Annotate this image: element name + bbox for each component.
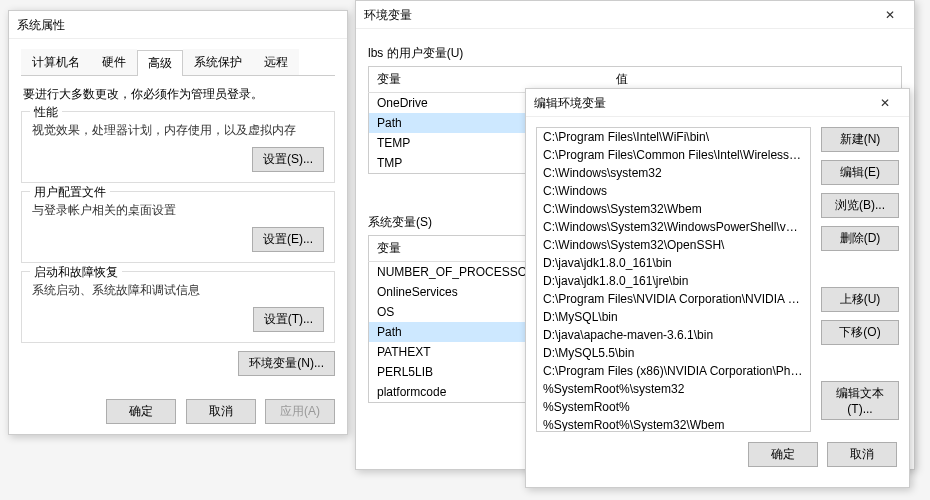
perf-settings-button[interactable]: 设置(S)... xyxy=(252,147,324,172)
group-title: 用户配置文件 xyxy=(30,184,110,201)
edit-button[interactable]: 编辑(E) xyxy=(821,160,899,185)
user-vars-label: lbs 的用户变量(U) xyxy=(368,45,902,62)
list-item[interactable]: C:\Windows\system32 xyxy=(537,164,810,182)
button-column: 新建(N) 编辑(E) 浏览(B)... 删除(D) 上移(U) 下移(O) 编… xyxy=(821,127,899,432)
list-item[interactable]: %SystemRoot%\system32 xyxy=(537,380,810,398)
list-item[interactable]: C:\Windows xyxy=(537,182,810,200)
ok-button[interactable]: 确定 xyxy=(748,442,818,467)
list-item[interactable]: C:\Program Files\NVIDIA Corporation\NVID… xyxy=(537,290,810,308)
list-item[interactable]: %SystemRoot%\System32\Wbem xyxy=(537,416,810,432)
list-item[interactable]: D:\java\jdk1.8.0_161\jre\bin xyxy=(537,272,810,290)
list-item[interactable]: C:\Program Files\Intel\WiFi\bin\ xyxy=(537,128,810,146)
content: 计算机名硬件高级系统保护远程 要进行大多数更改，你必须作为管理员登录。 性能 视… xyxy=(9,39,347,386)
system-properties-dialog: 系统属性 计算机名硬件高级系统保护远程 要进行大多数更改，你必须作为管理员登录。… xyxy=(8,10,348,435)
apply-button[interactable]: 应用(A) xyxy=(265,399,335,424)
list-item[interactable]: D:\java\apache-maven-3.6.1\bin xyxy=(537,326,810,344)
body: C:\Program Files\Intel\WiFi\bin\C:\Progr… xyxy=(526,117,909,442)
titlebar: 编辑环境变量 ✕ xyxy=(526,89,909,117)
group-title: 启动和故障恢复 xyxy=(30,264,122,281)
spacer xyxy=(821,353,899,373)
edit-env-var-dialog: 编辑环境变量 ✕ C:\Program Files\Intel\WiFi\bin… xyxy=(525,88,910,488)
tab-3[interactable]: 系统保护 xyxy=(183,49,253,75)
cancel-button[interactable]: 取消 xyxy=(186,399,256,424)
list-item[interactable]: %SystemRoot% xyxy=(537,398,810,416)
tab-0[interactable]: 计算机名 xyxy=(21,49,91,75)
list-item[interactable]: C:\Program Files\Common Files\Intel\Wire… xyxy=(537,146,810,164)
list-item[interactable]: C:\Windows\System32\WindowsPowerShell\v1… xyxy=(537,218,810,236)
group-text: 与登录帐户相关的桌面设置 xyxy=(32,202,324,219)
delete-button[interactable]: 删除(D) xyxy=(821,226,899,251)
dialog-footer: 确定 取消 xyxy=(526,442,909,477)
env-vars-button[interactable]: 环境变量(N)... xyxy=(238,351,335,376)
list-item[interactable]: D:\java\jdk1.8.0_161\bin xyxy=(537,254,810,272)
list-item[interactable]: D:\MySQL\bin xyxy=(537,308,810,326)
startup-group: 启动和故障恢复 系统启动、系统故障和调试信息 设置(T)... xyxy=(21,271,335,343)
new-button[interactable]: 新建(N) xyxy=(821,127,899,152)
user-profile-group: 用户配置文件 与登录帐户相关的桌面设置 设置(E)... xyxy=(21,191,335,263)
dialog-title: 系统属性 xyxy=(17,11,65,39)
move-up-button[interactable]: 上移(U) xyxy=(821,287,899,312)
dialog-title: 编辑环境变量 xyxy=(534,89,606,117)
dialog-footer: 确定 取消 应用(A) xyxy=(100,399,335,424)
tab-4[interactable]: 远程 xyxy=(253,49,299,75)
tab-2[interactable]: 高级 xyxy=(137,50,183,76)
close-icon[interactable]: ✕ xyxy=(874,1,906,29)
profile-settings-button[interactable]: 设置(E)... xyxy=(252,227,324,252)
group-text: 视觉效果，处理器计划，内存使用，以及虚拟内存 xyxy=(32,122,324,139)
path-listbox[interactable]: C:\Program Files\Intel\WiFi\bin\C:\Progr… xyxy=(536,127,811,432)
list-item[interactable]: C:\Program Files (x86)\NVIDIA Corporatio… xyxy=(537,362,810,380)
spacer xyxy=(821,259,899,279)
list-item[interactable]: D:\MySQL5.5\bin xyxy=(537,344,810,362)
titlebar: 环境变量 ✕ xyxy=(356,1,914,29)
tab-strip: 计算机名硬件高级系统保护远程 xyxy=(21,49,335,76)
performance-group: 性能 视觉效果，处理器计划，内存使用，以及虚拟内存 设置(S)... xyxy=(21,111,335,183)
edit-text-button[interactable]: 编辑文本(T)... xyxy=(821,381,899,420)
close-icon[interactable]: ✕ xyxy=(869,89,901,117)
dialog-title: 环境变量 xyxy=(364,1,412,29)
list-item[interactable]: C:\Windows\System32\OpenSSH\ xyxy=(537,236,810,254)
admin-notice: 要进行大多数更改，你必须作为管理员登录。 xyxy=(23,86,335,103)
browse-button[interactable]: 浏览(B)... xyxy=(821,193,899,218)
startup-settings-button[interactable]: 设置(T)... xyxy=(253,307,324,332)
list-item[interactable]: C:\Windows\System32\Wbem xyxy=(537,200,810,218)
ok-button[interactable]: 确定 xyxy=(106,399,176,424)
group-text: 系统启动、系统故障和调试信息 xyxy=(32,282,324,299)
titlebar: 系统属性 xyxy=(9,11,347,39)
tab-1[interactable]: 硬件 xyxy=(91,49,137,75)
group-title: 性能 xyxy=(30,104,62,121)
cancel-button[interactable]: 取消 xyxy=(827,442,897,467)
move-down-button[interactable]: 下移(O) xyxy=(821,320,899,345)
